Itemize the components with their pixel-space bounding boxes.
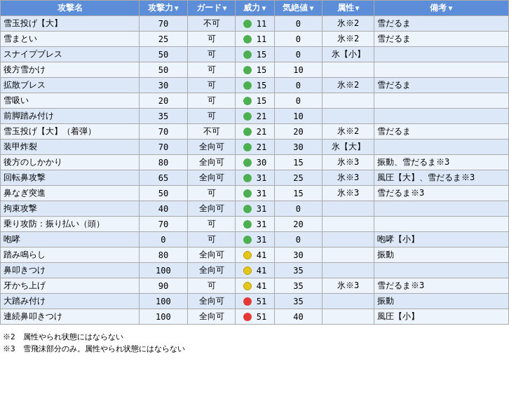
table-row: 雪吸い20可 150 [1, 93, 509, 109]
stun-value: 25 [274, 170, 323, 186]
table-row: 回転鼻攻撃65全向可 3125氷※3風圧【大】、雪だるま※3 [1, 170, 509, 186]
stun-value: 40 [274, 309, 323, 325]
yellow-dot-icon [243, 266, 252, 275]
element: 氷※2 [323, 16, 374, 32]
sort-icon-atk[interactable]: ▼ [175, 4, 179, 12]
notes: 雪だるま※3 [374, 278, 509, 294]
notes: 振動 [374, 294, 509, 309]
power: 41 [236, 278, 274, 294]
stun-value: 15 [274, 155, 323, 170]
attack-power: 35 [140, 109, 188, 124]
notes [374, 93, 509, 109]
attack-power: 100 [140, 263, 188, 278]
sort-icon-element[interactable]: ▼ [355, 4, 360, 12]
table-row: 鼻なぎ突進50可 3115氷※3雪だるま※3 [1, 186, 509, 201]
stun-value: 35 [274, 263, 323, 278]
power: 31 [236, 201, 274, 217]
stun-value: 0 [274, 78, 323, 93]
power: 11 [236, 16, 274, 32]
attack-power: 25 [140, 32, 188, 47]
col-header-element[interactable]: 属性▼ [323, 1, 374, 16]
element: 氷※2 [323, 78, 374, 93]
guard: 全向可 [187, 170, 236, 186]
attack-power: 70 [140, 124, 188, 140]
attack-power: 40 [140, 201, 188, 217]
green-dot-icon [243, 81, 252, 90]
table-row: 鼻叩きつけ100全向可 4135 [1, 263, 509, 278]
stun-value: 35 [274, 278, 323, 294]
attack-power: 70 [140, 140, 188, 155]
notes: 振動、雪だるま※3 [374, 155, 509, 170]
attack-name: 拡散ブレス [1, 78, 140, 93]
footnote-item: ※2 属性やられ状態にはならない [3, 332, 506, 342]
green-dot-icon [243, 158, 252, 167]
stun-value: 35 [274, 294, 323, 309]
stun-value: 0 [274, 201, 323, 217]
element [323, 309, 374, 325]
element [323, 62, 374, 78]
power: 31 [236, 170, 274, 186]
notes [374, 47, 509, 62]
attack-power: 0 [140, 232, 188, 248]
attack-name: 鼻なぎ突進 [1, 186, 140, 201]
notes [374, 217, 509, 232]
notes [374, 62, 509, 78]
element [323, 109, 374, 124]
stun-value: 10 [274, 62, 323, 78]
col-header-stun[interactable]: 気絶値▼ [274, 1, 323, 16]
guard: 不可 [187, 16, 236, 32]
attack-name: 雪吸い [1, 93, 140, 109]
guard: 全向可 [187, 248, 236, 263]
stun-value: 30 [274, 248, 323, 263]
guard: 全向可 [187, 294, 236, 309]
col-header-guard[interactable]: ガード▼ [187, 1, 236, 16]
attack-name: 後方雪かけ [1, 62, 140, 78]
sort-icon-notes[interactable]: ▼ [448, 4, 452, 12]
notes: 雪だるま [374, 32, 509, 47]
stun-value: 20 [274, 217, 323, 232]
attack-power: 20 [140, 93, 188, 109]
green-dot-icon [243, 189, 252, 198]
element [323, 232, 374, 248]
notes: 雪だるま [374, 78, 509, 93]
element: 氷【小】 [323, 47, 374, 62]
attack-power: 65 [140, 170, 188, 186]
attack-power: 50 [140, 186, 188, 201]
green-dot-icon [243, 174, 252, 182]
stun-value: 30 [274, 140, 323, 155]
element: 氷【大】 [323, 140, 374, 155]
col-header-name[interactable]: 攻撃名 [1, 1, 140, 16]
stun-value: 0 [274, 32, 323, 47]
power: 15 [236, 47, 274, 62]
notes: 雪だるま [374, 16, 509, 32]
green-dot-icon [243, 220, 252, 229]
green-dot-icon [243, 35, 252, 43]
power: 15 [236, 78, 274, 93]
attack-name: 連続鼻叩きつけ [1, 309, 140, 325]
sort-icon-stun[interactable]: ▼ [309, 4, 313, 12]
element: 氷※3 [323, 155, 374, 170]
table-row: 拘束攻撃40全向可 310 [1, 201, 509, 217]
guard: 全向可 [187, 140, 236, 155]
element [323, 263, 374, 278]
table-row: 咆哮0可 310咆哮【小】 [1, 232, 509, 248]
table-row: 雪玉投げ【大】70不可 110氷※2雪だるま [1, 16, 509, 32]
notes: 風圧【大】、雪だるま※3 [374, 170, 509, 186]
red-dot-icon [243, 313, 252, 321]
col-header-atk[interactable]: 攻撃力▼ [140, 1, 188, 16]
power: 31 [236, 217, 274, 232]
guard: 可 [187, 232, 236, 248]
attack-name: 前脚踏み付け [1, 109, 140, 124]
table-row: 後方雪かけ50可 1510 [1, 62, 509, 78]
sort-icon-power[interactable]: ▼ [262, 4, 266, 12]
stun-value: 0 [274, 93, 323, 109]
power: 51 [236, 294, 274, 309]
sort-icon-guard[interactable]: ▼ [223, 4, 227, 12]
stun-value: 0 [274, 47, 323, 62]
power: 30 [236, 155, 274, 170]
table-row: 後方のしかかり80全向可 3015氷※3振動、雪だるま※3 [1, 155, 509, 170]
col-header-notes[interactable]: 備考▼ [374, 1, 509, 16]
table-row: 拡散ブレス30可 150氷※2雪だるま [1, 78, 509, 93]
table-row: 装甲炸裂70全向可 2130氷【大】 [1, 140, 509, 155]
col-header-power[interactable]: 威力▼ [236, 1, 274, 16]
